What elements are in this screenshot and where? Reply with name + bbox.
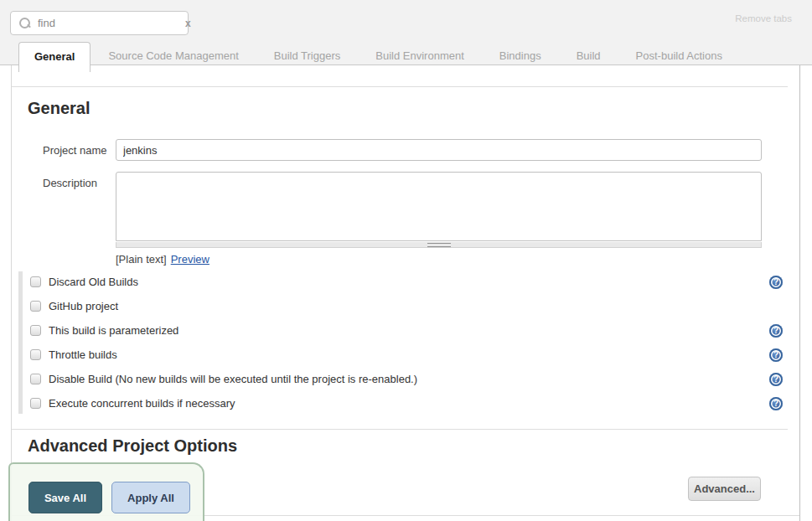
config-topbar: x Remove tabs GeneralSource Code Managem…: [0, 0, 812, 65]
remove-tabs-link[interactable]: Remove tabs: [735, 13, 792, 23]
search-box[interactable]: x: [10, 11, 189, 35]
tab-build-environment[interactable]: Build Environment: [358, 42, 482, 72]
advanced-section-heading: Advanced Project Options: [28, 437, 799, 454]
tab-bindings[interactable]: Bindings: [482, 42, 559, 72]
question-icon[interactable]: ?: [769, 276, 783, 289]
option-label: This build is parameterized: [49, 324, 178, 337]
divider: [12, 86, 788, 87]
apply-all-button[interactable]: Apply All: [111, 482, 190, 513]
description-row: Description: [12, 172, 799, 241]
save-all-button[interactable]: Save All: [28, 482, 102, 513]
option-row: Throttle builds ?: [30, 343, 799, 367]
general-options-section: Discard Old Builds ? GitHub project This…: [12, 270, 799, 415]
option-row: Execute concurrent builds if necessary ?: [30, 391, 799, 415]
option-label: Discard Old Builds: [49, 276, 138, 288]
option-label: GitHub project: [49, 300, 118, 312]
tab-source-code-management[interactable]: Source Code Management: [91, 42, 256, 72]
option-checkbox[interactable]: [30, 325, 41, 336]
option-checkbox[interactable]: [30, 301, 41, 312]
magnifier-icon: [19, 18, 30, 28]
option-row: GitHub project: [30, 294, 799, 318]
option-checkbox[interactable]: [30, 374, 41, 384]
option-checkbox[interactable]: [30, 349, 41, 360]
project-name-field[interactable]: [116, 139, 762, 161]
option-checkbox[interactable]: [30, 398, 41, 409]
textarea-resize-handle[interactable]: [116, 242, 762, 248]
divider: [12, 429, 788, 430]
option-label: Throttle builds: [49, 348, 117, 361]
tab-build[interactable]: Build: [559, 42, 618, 72]
advanced-button[interactable]: Advanced...: [688, 477, 761, 501]
question-icon[interactable]: ?: [769, 373, 783, 386]
search-input[interactable]: [38, 17, 185, 29]
general-section-heading: General: [28, 100, 799, 116]
preview-link[interactable]: Preview: [171, 253, 209, 266]
save-actions-panel: Save All Apply All: [8, 462, 204, 521]
plain-text-label: [Plain text]: [116, 253, 167, 266]
option-row: Discard Old Builds ?: [30, 270, 799, 294]
question-icon[interactable]: ?: [769, 348, 783, 362]
clear-icon[interactable]: x: [185, 18, 191, 29]
option-label: Disable Build (No new builds will be exe…: [49, 373, 417, 385]
project-name-label: Project name: [43, 139, 116, 157]
tab-post-build-actions[interactable]: Post-build Actions: [618, 42, 740, 72]
project-name-row: Project name: [12, 139, 799, 161]
tab-bar: GeneralSource Code ManagementBuild Trigg…: [18, 42, 740, 72]
option-checkbox[interactable]: [30, 276, 41, 287]
option-row: This build is parameterized ?: [30, 318, 799, 343]
option-label: Execute concurrent builds if necessary: [49, 397, 235, 410]
question-icon[interactable]: ?: [769, 397, 783, 410]
question-icon[interactable]: ?: [769, 324, 783, 338]
config-content-panel: General Project name Description [Plain …: [11, 65, 800, 521]
description-footer: [Plain text]Preview: [116, 253, 799, 266]
option-row: Disable Build (No new builds will be exe…: [30, 367, 799, 391]
description-field[interactable]: [116, 172, 762, 241]
description-label: Description: [43, 172, 116, 189]
tab-general[interactable]: General: [18, 42, 91, 72]
tab-build-triggers[interactable]: Build Triggers: [256, 42, 358, 72]
